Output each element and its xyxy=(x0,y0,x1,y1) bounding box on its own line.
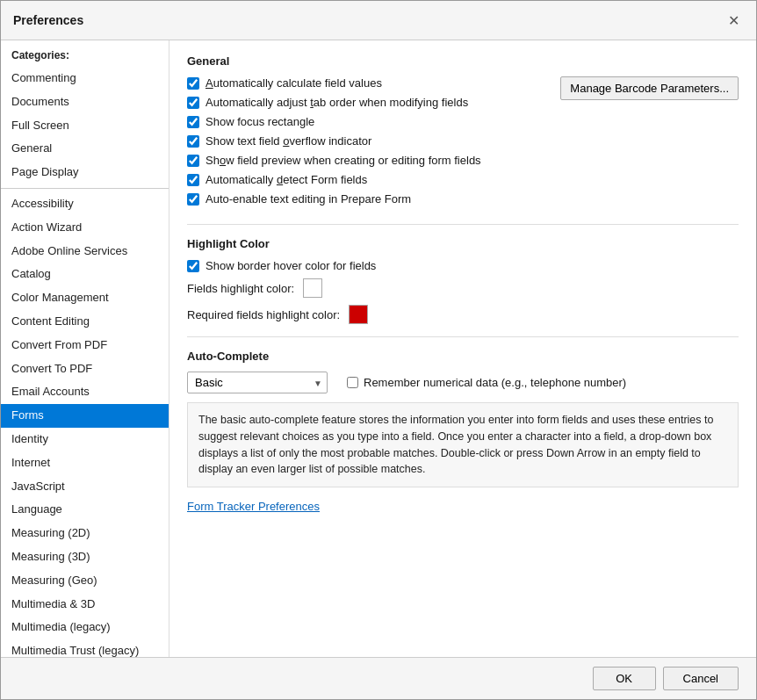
general-section-title: General xyxy=(187,54,739,68)
checkbox-row-auto-enable: Auto-enable text editing in Prepare Form xyxy=(187,192,543,206)
sidebar-item-general[interactable]: General xyxy=(1,137,169,161)
sidebar-item-full-screen[interactable]: Full Screen xyxy=(1,114,169,138)
sidebar-list: Commenting Documents Full Screen General… xyxy=(1,67,169,657)
auto-detect-label: Automatically detect Form fields xyxy=(205,173,367,186)
sidebar-item-page-display[interactable]: Page Display xyxy=(1,161,169,184)
required-highlight-row: Required fields highlight color: xyxy=(187,305,739,324)
sidebar-item-convert-from-pdf[interactable]: Convert From PDF xyxy=(1,334,169,357)
sidebar-item-email-accounts[interactable]: Email Accounts xyxy=(1,380,169,404)
sidebar-item-measuring-3d[interactable]: Measuring (3D) xyxy=(1,545,169,569)
preferences-dialog: Preferences ✕ Categories: Commenting Doc… xyxy=(0,0,757,700)
show-border-label: Show border hover color for fields xyxy=(205,259,376,272)
sidebar-item-accessibility[interactable]: Accessibility xyxy=(1,192,169,216)
sidebar-item-documents[interactable]: Documents xyxy=(1,90,169,114)
title-bar: Preferences ✕ xyxy=(1,1,756,40)
auto-detect-checkbox[interactable] xyxy=(187,174,199,186)
categories-label: Categories: xyxy=(1,40,169,67)
divider-1 xyxy=(187,224,739,225)
auto-tab-label: Automatically adjust tab order when modi… xyxy=(205,96,468,109)
sidebar-divider xyxy=(1,188,169,189)
sidebar-item-measuring-geo[interactable]: Measuring (Geo) xyxy=(1,569,169,593)
manage-barcode-button[interactable]: Manage Barcode Parameters... xyxy=(560,76,739,100)
required-highlight-label: Required fields highlight color: xyxy=(187,308,340,321)
sidebar-item-convert-to-pdf[interactable]: Convert To PDF xyxy=(1,357,169,381)
sidebar-item-catalog[interactable]: Catalog xyxy=(1,263,169,286)
ok-button[interactable]: OK xyxy=(593,667,656,690)
sidebar-item-action-wizard[interactable]: Action Wizard xyxy=(1,216,169,240)
checkbox-row-auto-calc: Automatically calculate field values xyxy=(187,76,543,90)
sidebar-item-multimedia-trust-legacy[interactable]: Multimedia Trust (legacy) xyxy=(1,639,169,657)
sidebar-item-identity[interactable]: Identity xyxy=(1,428,169,451)
auto-enable-label: Auto-enable text editing in Prepare Form xyxy=(205,192,411,206)
checkboxes-column: Automatically calculate field values Aut… xyxy=(187,76,543,212)
sidebar-item-language[interactable]: Language xyxy=(1,498,169,522)
dialog-body: Categories: Commenting Documents Full Sc… xyxy=(1,40,756,657)
form-tracker-link[interactable]: Form Tracker Preferences xyxy=(187,500,320,513)
sidebar-item-color-management[interactable]: Color Management xyxy=(1,286,169,310)
show-border-checkbox[interactable] xyxy=(187,260,199,272)
cancel-button[interactable]: Cancel xyxy=(663,667,739,690)
sidebar-item-multimedia-3d[interactable]: Multimedia & 3D xyxy=(1,593,169,617)
remember-row: Remember numerical data (e.g., telephone… xyxy=(347,376,626,389)
show-focus-label: Show focus rectangle xyxy=(205,115,314,128)
show-preview-label: Show field preview when creating or edit… xyxy=(205,154,481,167)
auto-complete-description: The basic auto-complete feature stores t… xyxy=(187,402,739,487)
checkbox-row-show-preview: Show field preview when creating or edit… xyxy=(187,154,543,167)
checkbox-row-show-overflow: Show text field overflow indicator xyxy=(187,134,543,148)
close-button[interactable]: ✕ xyxy=(723,10,744,31)
auto-enable-checkbox[interactable] xyxy=(187,193,199,206)
checkbox-row-auto-detect: Automatically detect Form fields xyxy=(187,173,543,186)
sidebar-item-content-editing[interactable]: Content Editing xyxy=(1,310,169,334)
remember-numerical-checkbox[interactable] xyxy=(347,377,358,388)
sidebar-item-javascript[interactable]: JavaScript xyxy=(1,475,169,499)
sidebar-item-adobe-online-services[interactable]: Adobe Online Services xyxy=(1,240,169,263)
highlight-section-title: Highlight Color xyxy=(187,237,739,250)
divider-2 xyxy=(187,336,739,337)
fields-highlight-row: Fields highlight color: xyxy=(187,278,739,298)
sidebar: Categories: Commenting Documents Full Sc… xyxy=(1,40,169,657)
show-focus-checkbox[interactable] xyxy=(187,116,199,128)
auto-tab-checkbox[interactable] xyxy=(187,97,199,109)
checkbox-row-show-border: Show border hover color for fields xyxy=(187,259,739,272)
checkbox-row-auto-tab: Automatically adjust tab order when modi… xyxy=(187,96,543,109)
general-section-content: Automatically calculate field values Aut… xyxy=(187,76,739,212)
fields-highlight-color-box[interactable] xyxy=(303,278,322,298)
auto-calc-checkbox[interactable] xyxy=(187,77,199,90)
auto-complete-section-title: Auto-Complete xyxy=(187,350,739,363)
checkbox-row-show-focus: Show focus rectangle xyxy=(187,115,543,128)
show-overflow-checkbox[interactable] xyxy=(187,135,199,148)
autocomplete-dropdown-wrapper: Off Basic Advanced ▼ xyxy=(187,372,328,393)
sidebar-item-measuring-2d[interactable]: Measuring (2D) xyxy=(1,522,169,545)
fields-highlight-label: Fields highlight color: xyxy=(187,282,294,295)
dialog-title: Preferences xyxy=(13,13,83,27)
remember-numerical-label: Remember numerical data (e.g., telephone… xyxy=(364,376,626,389)
auto-calc-label: Automatically calculate field values xyxy=(205,76,382,90)
show-overflow-label: Show text field overflow indicator xyxy=(205,134,371,148)
sidebar-item-forms[interactable]: Forms xyxy=(1,404,169,428)
dialog-footer: OK Cancel xyxy=(1,657,756,699)
autocomplete-dropdown[interactable]: Off Basic Advanced xyxy=(187,372,328,393)
auto-complete-row: Off Basic Advanced ▼ Off Basic Advanced … xyxy=(187,372,739,393)
show-preview-checkbox[interactable] xyxy=(187,155,199,167)
sidebar-item-internet[interactable]: Internet xyxy=(1,451,169,475)
sidebar-item-commenting[interactable]: Commenting xyxy=(1,67,169,90)
required-highlight-color-box[interactable] xyxy=(349,305,368,324)
sidebar-item-multimedia-legacy[interactable]: Multimedia (legacy) xyxy=(1,616,169,639)
manage-btn-wrapper: Manage Barcode Parameters... xyxy=(543,76,739,100)
main-panel: General Automatically calculate field va… xyxy=(169,40,756,657)
